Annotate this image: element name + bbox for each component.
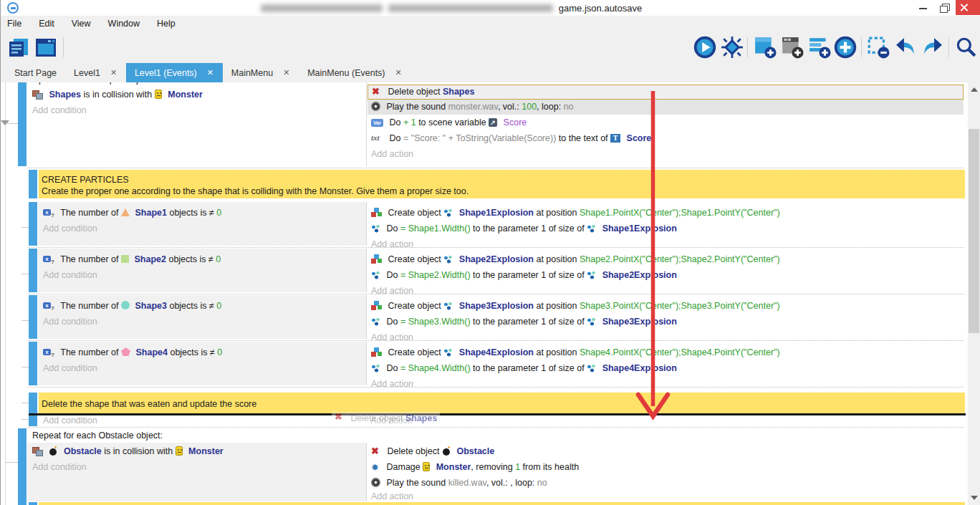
- tab-label: MainMenu (Events): [307, 68, 385, 78]
- comment-event-clipped[interactable]: [39, 502, 965, 505]
- scroll-up-icon[interactable]: [971, 87, 978, 92]
- tab-start-page[interactable]: Start Page: [6, 63, 65, 82]
- add-condition-button[interactable]: Add condition: [32, 460, 87, 475]
- particles-icon: [443, 208, 453, 217]
- action-row[interactable]: Create object Shape1Explosion at positio…: [371, 206, 780, 221]
- scroll-down-icon[interactable]: [971, 496, 978, 500]
- action-row[interactable]: Do = Shape1.Width() to the parameter 1 o…: [371, 221, 677, 236]
- debugger-icon[interactable]: [721, 36, 744, 59]
- condition-row[interactable]: The number of Shape2 objects is ≠ 0: [43, 252, 221, 267]
- condition-row[interactable]: Shapes is in collision with Monster: [32, 87, 203, 102]
- minimize-button[interactable]: [913, 0, 934, 15]
- event-indent-bar: [29, 342, 37, 385]
- tab-close-icon[interactable]: [395, 69, 403, 77]
- event-indent-bar: [29, 295, 37, 339]
- action-row[interactable]: Play the sound monster.wav, vol.: 100, l…: [368, 100, 964, 115]
- actions-cell: Create object Shape4Explosion at positio…: [368, 342, 964, 385]
- tab-mainmenu[interactable]: MainMenu: [223, 63, 299, 82]
- add-comment-icon[interactable]: [808, 36, 831, 59]
- action-row[interactable]: Create object Shape2Explosion at positio…: [371, 252, 780, 267]
- object-name: Shape3Explosion: [602, 317, 677, 327]
- add-action-button[interactable]: Add action: [371, 490, 413, 503]
- redo-icon[interactable]: [921, 36, 944, 59]
- action-row[interactable]: Do = "Score: " + ToString(Variable(Score…: [371, 131, 651, 146]
- undo-icon[interactable]: [894, 36, 917, 59]
- menu-window[interactable]: Window: [108, 19, 140, 29]
- actions-cell: Create object Shape2Explosion at positio…: [368, 249, 964, 292]
- comment-event[interactable]: Delete the shape that was eaten and upda…: [39, 393, 965, 413]
- condition-row[interactable]: The number of Shape1 objects is ≠ 0: [43, 206, 221, 221]
- tab-mainmenu-events[interactable]: MainMenu (Events): [299, 63, 410, 82]
- close-button[interactable]: [956, 0, 980, 15]
- action-text: at position: [534, 301, 580, 311]
- tab-close-icon[interactable]: [110, 69, 117, 77]
- condition-row[interactable]: Obstacle is in collision with Monster: [32, 444, 224, 459]
- action-row[interactable]: Play the sound killed.wav, vol.: , loop:…: [371, 476, 547, 491]
- add-condition-button[interactable]: Add condition: [43, 314, 97, 330]
- action-text: to the parameter 1 of size of: [471, 270, 587, 280]
- action-row[interactable]: Damage Monster, removing 1 from its heal…: [371, 460, 579, 475]
- add-condition-button[interactable]: Add condition: [43, 221, 97, 236]
- expression: = "Score: " + ToString(Variable(Score)): [403, 133, 556, 143]
- column-divider: [366, 295, 367, 339]
- add-condition-button[interactable]: Add condition: [43, 414, 97, 427]
- create-object-icon: [371, 254, 382, 264]
- delete-icon: [371, 446, 381, 456]
- action-row[interactable]: Do + 1 to scene variable Score: [371, 115, 527, 130]
- add-condition-button[interactable]: Add condition: [32, 103, 87, 118]
- menu-view[interactable]: View: [72, 19, 91, 29]
- add-action-button[interactable]: Add action: [371, 147, 413, 162]
- actions-cell: Create object Shape1Explosion at positio…: [368, 202, 964, 246]
- comment-event[interactable]: CREATE PARTICLES Create the proper one a…: [39, 170, 965, 198]
- create-object-icon: [371, 301, 382, 310]
- add-condition-button[interactable]: Add condition: [43, 361, 97, 376]
- damage-icon: [371, 462, 380, 471]
- editor-tabs: Start Page Level1 Level1 (Events) MainMe…: [0, 63, 980, 83]
- particles-icon: [587, 271, 596, 279]
- tab-level1-events[interactable]: Level1 (Events): [126, 63, 223, 82]
- condition-text: The number of: [60, 301, 121, 311]
- object-name: Shape3Explosion: [459, 301, 534, 311]
- event-repeat-obstacle-header[interactable]: Repeat for each Obstacle object:: [32, 429, 163, 442]
- add-condition-button[interactable]: Add condition: [43, 268, 97, 283]
- menu-edit[interactable]: Edit: [39, 19, 54, 29]
- search-icon[interactable]: [954, 36, 977, 59]
- tab-close-icon[interactable]: [207, 69, 214, 77]
- action-text: Create object: [388, 208, 443, 218]
- action-row[interactable]: Create object Shape3Explosion at positio…: [371, 299, 780, 314]
- add-event-icon[interactable]: [754, 36, 777, 59]
- add-instruction-icon[interactable]: [834, 36, 857, 59]
- action-text: Delete object: [387, 446, 441, 456]
- scrollbar-thumb[interactable]: [969, 129, 979, 333]
- tab-level1[interactable]: Level1: [65, 63, 126, 82]
- action-row[interactable]: Do = Shape4.Width() to the parameter 1 o…: [371, 361, 677, 376]
- particles-icon: [371, 364, 380, 372]
- column-divider: [366, 202, 367, 246]
- condition-row[interactable]: The number of Shape3 objects is ≠ 0: [43, 299, 221, 314]
- project-manager-icon[interactable]: [7, 36, 30, 59]
- remove-selection-icon[interactable]: [867, 36, 890, 59]
- expression: = Shape2.Width(): [400, 270, 471, 280]
- start-page-icon[interactable]: [34, 36, 57, 59]
- add-subevent-icon[interactable]: [781, 36, 804, 59]
- menu-help[interactable]: Help: [157, 19, 176, 29]
- play-icon[interactable]: [693, 36, 716, 59]
- menu-file[interactable]: File: [7, 19, 21, 29]
- condition-row[interactable]: The number of Shape4 objects is ≠ 0: [43, 345, 222, 360]
- action-row[interactable]: Do = Shape2.Width() to the parameter 1 o…: [371, 268, 677, 283]
- restore-button[interactable]: [934, 0, 956, 15]
- selected-action-row[interactable]: Delete object Shapes: [368, 85, 964, 100]
- column-divider: [366, 82, 367, 166]
- add-action-button[interactable]: Add action: [371, 377, 413, 392]
- action-row[interactable]: Delete object Obstacle: [371, 444, 494, 459]
- tab-close-icon[interactable]: [283, 69, 290, 77]
- actions-cell: Delete object Obstacle Damage Monster, r…: [368, 443, 964, 501]
- monster-icon: [155, 90, 162, 99]
- vertical-scrollbar[interactable]: [968, 82, 980, 505]
- object-name: Shapes: [49, 90, 80, 100]
- event-indent-bar: [18, 428, 27, 505]
- action-text: Play the sound: [386, 102, 448, 112]
- event-indent-bar: [29, 415, 37, 426]
- action-row[interactable]: Create object Shape4Explosion at positio…: [371, 345, 780, 360]
- action-row[interactable]: Do = Shape3.Width() to the parameter 1 o…: [371, 314, 677, 330]
